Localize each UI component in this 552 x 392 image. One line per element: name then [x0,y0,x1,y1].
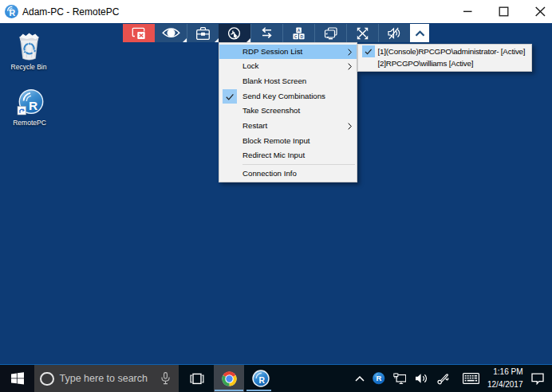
svg-text:R: R [28,99,37,112]
svg-text:R: R [258,376,265,385]
svg-text:A: A [297,28,300,33]
svg-text:R: R [377,374,382,383]
svg-text:C: C [294,33,297,38]
svg-text:D: D [300,33,303,38]
